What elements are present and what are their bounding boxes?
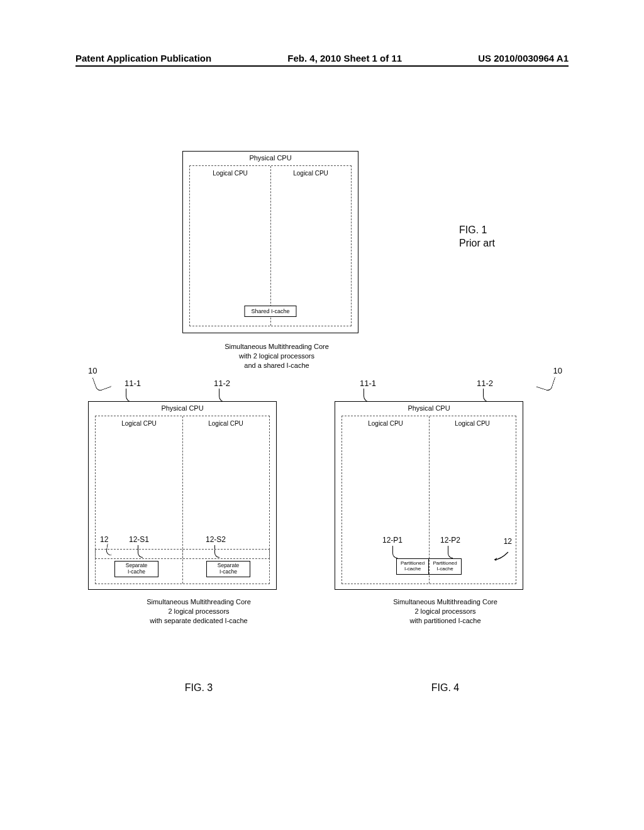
fig1-caption-l1: Simultaneous Multithreading Core xyxy=(182,342,371,351)
fig1-shared-cache: Shared I-cache xyxy=(244,306,296,317)
ref-11-1-fig4: 11-1 xyxy=(360,379,376,388)
fig4-part-cache-right-l2: I-cache xyxy=(431,567,458,572)
fig1-caption: Simultaneous Multithreading Core with 2 … xyxy=(182,342,371,370)
fig4-caption-l1: Simultaneous Multithreading Core xyxy=(335,597,556,607)
fig4-cpu-title: Physical CPU xyxy=(335,402,523,413)
fig4-logical-cpu-right: Logical CPU xyxy=(429,420,516,427)
fig1-prior-art: Prior art xyxy=(459,237,495,250)
ref-11-1-fig3: 11-1 xyxy=(125,379,141,388)
fig4-partitioned-cache-group: Partitioned I-cache Partitioned I-cache xyxy=(396,558,462,575)
fig3-cache-divider xyxy=(182,550,183,584)
fig4-number: FIG. 4 xyxy=(335,682,556,694)
fig4-logical-cpu-left: Logical CPU xyxy=(342,420,429,427)
figure-1: Physical CPU Logical CPU Logical CPU Sha… xyxy=(182,151,371,370)
ref-12-fig4: 12 xyxy=(504,537,512,546)
ref-12-s2-fig3: 12-S2 xyxy=(206,535,226,544)
fig3-caption-l1: Simultaneous Multithreading Core xyxy=(88,597,309,607)
fig4-dashed-region: Logical CPU Logical CPU 12-P1 12-P2 12 P… xyxy=(341,416,516,584)
ref-11-2-leader-fig3 xyxy=(219,389,228,402)
fig3-caption-l2: 2 logical processors xyxy=(88,607,309,616)
fig3-cpu-title: Physical CPU xyxy=(89,402,276,413)
fig1-side-label: FIG. 1 Prior art xyxy=(459,224,495,250)
fig3-cache-dashed: Separate I-cache Separate I-cache xyxy=(95,549,270,584)
header-center: Feb. 4, 2010 Sheet 1 of 11 xyxy=(287,53,402,64)
fig4-physical-cpu-box: Physical CPU Logical CPU Logical CPU 12-… xyxy=(335,401,523,590)
header-left: Patent Application Publication xyxy=(75,53,211,64)
figure-3: 10 11-1 11-2 Physical CPU Logical CPU Lo… xyxy=(88,390,309,694)
header-rule xyxy=(75,65,569,67)
ref-11-1-leader-fig3 xyxy=(126,389,135,402)
fig3-sep-cache-right: Separate I-cache xyxy=(206,561,250,577)
ref-11-2-leader-fig4 xyxy=(483,389,492,402)
fig4-part-cache-right: Partitioned I-cache xyxy=(429,558,462,575)
fig4-caption-l3: with partitioned I-cache xyxy=(335,616,556,626)
fig3-sep-cache-left: Separate I-cache xyxy=(114,561,158,577)
ref-11-2-fig4: 11-2 xyxy=(477,379,493,388)
page-header: Patent Application Publication Feb. 4, 2… xyxy=(75,53,569,64)
fig3-logical-cpu-right: Logical CPU xyxy=(182,420,269,427)
fig3-number: FIG. 3 xyxy=(88,682,309,694)
fig1-divider xyxy=(270,166,271,326)
fig1-caption-l2: with 2 logical processors xyxy=(182,351,371,361)
ref-10-leader-fig3 xyxy=(92,373,112,392)
fig4-caption-l2: 2 logical processors xyxy=(335,607,556,616)
fig4-part-cache-left: Partitioned I-cache xyxy=(396,558,429,575)
ref-11-2-fig3: 11-2 xyxy=(214,379,230,388)
ref-11-1-leader-fig4 xyxy=(364,389,372,402)
fig1-dashed-region: Logical CPU Logical CPU Shared I-cache xyxy=(189,165,352,326)
ref-12-p2-fig4: 12-P2 xyxy=(440,536,460,545)
fig1-number: FIG. 1 xyxy=(459,224,495,237)
figure-4: 10 11-1 11-2 Physical CPU Logical CPU Lo… xyxy=(335,390,556,694)
fig1-logical-cpu-left: Logical CPU xyxy=(190,170,270,177)
fig1-logical-cpu-right: Logical CPU xyxy=(270,170,351,177)
fig3-logical-cpu-left: Logical CPU xyxy=(96,420,182,427)
ref-10-fig4: 10 xyxy=(553,366,562,375)
fig1-cpu-title: Physical CPU xyxy=(183,152,358,163)
ref-12-p1-fig4: 12-P1 xyxy=(382,536,402,545)
ref-12-fig3: 12 xyxy=(100,535,108,544)
header-right: US 2010/0030964 A1 xyxy=(478,53,569,64)
fig3-dashed-upper: Logical CPU Logical CPU xyxy=(95,416,270,559)
fig3-physical-cpu-box: Physical CPU Logical CPU Logical CPU 12 … xyxy=(88,401,277,590)
fig3-caption-l3: with separate dedicated I-cache xyxy=(88,616,309,626)
ref-12-s1-fig3: 12-S1 xyxy=(129,535,149,544)
fig1-physical-cpu-box: Physical CPU Logical CPU Logical CPU Sha… xyxy=(182,151,358,333)
fig3-sep-cache-left-l2: I-cache xyxy=(116,569,157,575)
ref-10-fig3: 10 xyxy=(88,366,97,375)
ref-10-leader-fig4 xyxy=(536,373,555,392)
ref-12-arrow-fig4 xyxy=(492,551,509,562)
figures-row: 10 11-1 11-2 Physical CPU Logical CPU Lo… xyxy=(88,390,556,694)
fig4-caption: Simultaneous Multithreading Core 2 logic… xyxy=(335,597,556,626)
fig1-caption-l3: and a shared I-cache xyxy=(182,361,371,370)
ref-12-p2-leader-fig4 xyxy=(448,546,453,558)
fig3-caption: Simultaneous Multithreading Core 2 logic… xyxy=(88,597,309,626)
fig4-part-cache-left-l2: I-cache xyxy=(399,567,426,572)
ref-12-p1-leader-fig4 xyxy=(392,546,397,558)
fig3-divider xyxy=(182,416,183,558)
fig3-sep-cache-right-l2: I-cache xyxy=(208,569,248,575)
